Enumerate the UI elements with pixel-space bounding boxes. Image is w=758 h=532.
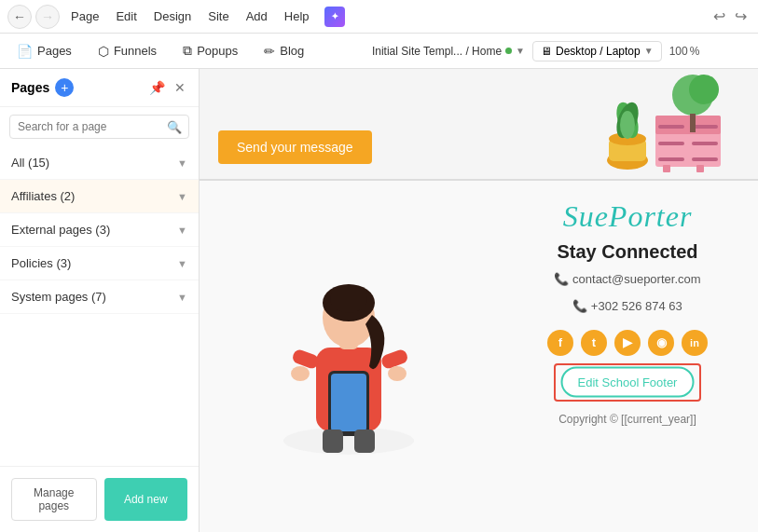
youtube-icon[interactable]: ▶ bbox=[614, 330, 641, 356]
chevron-down-icon: ▼ bbox=[177, 191, 187, 202]
sidebar-header-actions: 📌 ✕ bbox=[147, 78, 187, 97]
svg-point-17 bbox=[689, 75, 719, 104]
chevron-down-icon: ▼ bbox=[177, 225, 187, 236]
toolbar-funnels-label: Funnels bbox=[114, 44, 157, 58]
canvas-figure-area bbox=[200, 181, 497, 532]
canvas-bottom: SuePorter Stay Connected 📞 contact@suepo… bbox=[200, 181, 758, 532]
sidebar-header: Pages + 📌 ✕ bbox=[0, 69, 199, 107]
svg-rect-7 bbox=[692, 157, 718, 161]
stay-connected-heading: Stay Connected bbox=[557, 241, 697, 263]
menu-items: Page Edit Design Site Add Help bbox=[63, 6, 317, 27]
toolbar-pages[interactable]: 📄 Pages bbox=[11, 40, 77, 62]
menu-site[interactable]: Site bbox=[200, 6, 236, 27]
close-button[interactable]: ✕ bbox=[172, 78, 187, 97]
category-external-label: External pages (3) bbox=[11, 223, 110, 237]
svg-rect-5 bbox=[692, 142, 718, 145]
main-layout: Pages + 📌 ✕ 🔍 All (15) ▼ Affiliates (2) … bbox=[0, 69, 758, 532]
toolbar-blog[interactable]: ✏ Blog bbox=[258, 40, 310, 62]
search-icon: 🔍 bbox=[167, 120, 182, 134]
toolbar-blog-label: Blog bbox=[280, 44, 304, 58]
chevron-down-icon: ▼ bbox=[177, 157, 187, 169]
zoom-value: 100 bbox=[669, 45, 688, 58]
edit-footer-button[interactable]: Edit School Footer bbox=[561, 367, 695, 398]
sidebar: Pages + 📌 ✕ 🔍 All (15) ▼ Affiliates (2) … bbox=[0, 69, 200, 532]
svg-point-15 bbox=[620, 111, 635, 139]
sidebar-title-container: Pages + bbox=[11, 78, 74, 97]
device-label: Desktop / Laptop bbox=[556, 45, 641, 58]
svg-rect-9 bbox=[696, 165, 704, 172]
undo-redo: ↩ ↪ bbox=[710, 6, 751, 27]
canvas-top: Send your message bbox=[200, 69, 758, 181]
popups-icon: ⧉ bbox=[183, 43, 192, 59]
facebook-icon[interactable]: f bbox=[547, 330, 573, 356]
toolbar-center: Initial Site Templ... / Home ▼ 🖥 Desktop… bbox=[372, 41, 699, 61]
menu-bar: ← → Page Edit Design Site Add Help ✦ ↩ ↪ bbox=[0, 0, 758, 34]
back-button[interactable]: ← bbox=[7, 5, 32, 29]
category-policies-label: Policies (3) bbox=[11, 256, 71, 270]
canvas-right: SuePorter Stay Connected 📞 contact@suepo… bbox=[497, 181, 758, 532]
svg-rect-6 bbox=[658, 157, 684, 161]
canvas-area: Send your message bbox=[200, 69, 758, 532]
svg-rect-8 bbox=[663, 165, 670, 172]
svg-point-28 bbox=[388, 366, 407, 381]
svg-rect-2 bbox=[658, 125, 684, 129]
device-selector[interactable]: 🖥 Desktop / Laptop ▼ bbox=[532, 41, 662, 61]
chevron-down-icon: ▼ bbox=[177, 292, 187, 303]
category-all-label: All (15) bbox=[11, 156, 49, 170]
send-message-button[interactable]: Send your message bbox=[218, 130, 372, 164]
toolbar-pages-label: Pages bbox=[37, 44, 72, 58]
site-indicator[interactable]: Initial Site Templ... / Home ▼ bbox=[372, 45, 525, 58]
svg-rect-25 bbox=[291, 348, 320, 370]
svg-rect-31 bbox=[323, 430, 343, 453]
sidebar-footer: Manage pages Add new bbox=[0, 466, 199, 532]
social-icons: f t ▶ ◉ in bbox=[547, 330, 708, 356]
funnels-icon: ⬡ bbox=[98, 44, 109, 59]
pages-icon: 📄 bbox=[17, 44, 33, 59]
menu-design[interactable]: Design bbox=[146, 6, 199, 27]
svg-rect-18 bbox=[690, 114, 696, 132]
svg-point-24 bbox=[330, 285, 367, 313]
contact-phone: 📞 +302 526 874 63 bbox=[572, 297, 682, 317]
pin-button[interactable]: 📌 bbox=[147, 78, 167, 97]
category-all[interactable]: All (15) ▼ bbox=[0, 146, 199, 180]
svg-rect-30 bbox=[331, 374, 366, 431]
category-affiliates-label: Affiliates (2) bbox=[11, 189, 75, 203]
svg-rect-3 bbox=[692, 125, 718, 129]
menu-page[interactable]: Page bbox=[63, 6, 106, 27]
toolbar-popups[interactable]: ⧉ Popups bbox=[177, 39, 243, 62]
category-external[interactable]: External pages (3) ▼ bbox=[0, 213, 199, 247]
twitter-icon[interactable]: t bbox=[581, 330, 607, 356]
top-right-illustration bbox=[581, 69, 739, 181]
menu-help[interactable]: Help bbox=[277, 6, 317, 27]
forward-button[interactable]: → bbox=[35, 5, 60, 29]
category-policies[interactable]: Policies (3) ▼ bbox=[0, 247, 199, 280]
svg-rect-32 bbox=[354, 430, 375, 453]
zoom-control[interactable]: 100 % bbox=[669, 45, 700, 58]
svg-point-27 bbox=[291, 366, 310, 381]
sidebar-title-label: Pages bbox=[11, 80, 49, 95]
search-input[interactable] bbox=[9, 115, 189, 139]
instagram-icon[interactable]: ◉ bbox=[648, 330, 674, 356]
redo-button[interactable]: ↪ bbox=[731, 6, 751, 27]
undo-button[interactable]: ↩ bbox=[710, 6, 729, 27]
chevron-down-icon: ▼ bbox=[177, 258, 187, 269]
zoom-units: % bbox=[690, 45, 700, 58]
brand-name: SuePorter bbox=[563, 199, 693, 234]
blog-icon: ✏ bbox=[264, 44, 275, 59]
manage-pages-button[interactable]: Manage pages bbox=[11, 478, 97, 521]
wix-logo: ✦ bbox=[324, 7, 345, 27]
category-system-label: System pages (7) bbox=[11, 290, 106, 304]
add-new-button[interactable]: Add new bbox=[104, 478, 188, 521]
toolbar-funnels[interactable]: ⬡ Funnels bbox=[92, 40, 162, 62]
svg-rect-4 bbox=[658, 142, 684, 145]
category-system[interactable]: System pages (7) ▼ bbox=[0, 280, 199, 314]
device-icon: 🖥 bbox=[541, 45, 552, 58]
menu-edit[interactable]: Edit bbox=[108, 6, 144, 27]
category-affiliates[interactable]: Affiliates (2) ▼ bbox=[0, 180, 199, 213]
site-name: Initial Site Templ... / Home bbox=[372, 45, 502, 58]
linkedin-icon[interactable]: in bbox=[682, 330, 708, 356]
search-box: 🔍 bbox=[9, 115, 189, 139]
sidebar-add-button[interactable]: + bbox=[55, 78, 74, 97]
toolbar: 📄 Pages ⬡ Funnels ⧉ Popups ✏ Blog Initia… bbox=[0, 34, 758, 69]
menu-add[interactable]: Add bbox=[239, 6, 275, 27]
